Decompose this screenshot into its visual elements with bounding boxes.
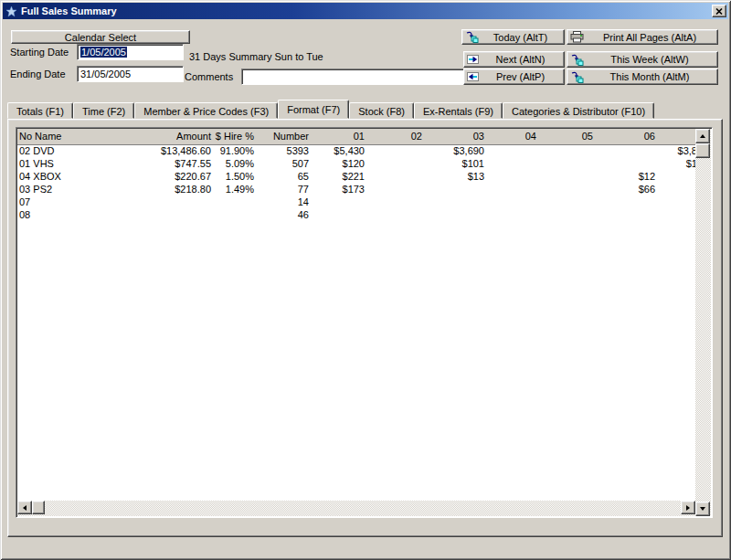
cell — [538, 144, 595, 157]
right-arrow-icon — [686, 505, 690, 511]
cell — [595, 144, 657, 157]
table-row[interactable]: 0714 — [17, 195, 695, 208]
vertical-scrollbar[interactable] — [695, 129, 711, 516]
tab-ex-rentals-f9[interactable]: Ex-Rentals (F9) — [414, 102, 503, 119]
calendar-select-button[interactable]: Calendar Select — [11, 30, 190, 44]
ending-date-input[interactable]: 31/05/2005 — [77, 66, 184, 82]
cell: $5,430 — [311, 144, 366, 157]
column-header-03: 03 — [424, 129, 486, 144]
calendar-select-label: Calendar Select — [65, 32, 136, 43]
comments-label: Comments — [185, 71, 233, 82]
next-button[interactable]: Next (AltN) — [463, 51, 565, 68]
today-button[interactable]: Today (AltT) — [461, 29, 565, 45]
column-header-number: Number — [256, 129, 311, 144]
cell — [311, 208, 366, 221]
scroll-up-button[interactable] — [695, 129, 710, 143]
vertical-scroll-thumb[interactable] — [695, 143, 710, 158]
starting-date-label: Starting Date — [10, 47, 69, 58]
print-all-pages-label: Print All Pages (AltA) — [588, 32, 717, 43]
cell: $218.80 — [158, 183, 213, 195]
column-header-05: 05 — [538, 129, 595, 144]
close-icon[interactable] — [712, 5, 726, 17]
cell — [486, 183, 538, 195]
cell: 1.50% — [213, 170, 256, 183]
cell — [486, 144, 538, 157]
cell — [366, 183, 424, 195]
cell: $747.55 — [158, 157, 213, 170]
next-label: Next (AltN) — [482, 54, 564, 65]
full-sales-summary-window: Full Sales Summary Calendar Select Start… — [0, 0, 731, 560]
calendar-jump-icon — [465, 31, 479, 43]
sales-table-body: 02 DVD$13,486.6091.90%5393$5,430$3,690$3… — [17, 144, 695, 221]
column-header-no-name: No Name — [17, 129, 158, 144]
cell: 03 PS2 — [17, 183, 158, 195]
cell — [366, 144, 424, 157]
format-tab-panel: No NameAmount$ Hire %Number010203040506 … — [7, 119, 723, 537]
table-row[interactable]: 02 DVD$13,486.6091.90%5393$5,430$3,690$3… — [17, 144, 695, 157]
comments-input[interactable] — [241, 69, 464, 85]
tab-strip: Totals (F1)Time (F2)Member & Price Codes… — [7, 102, 654, 119]
cell — [595, 157, 657, 170]
cell: 01 VHS — [17, 157, 158, 170]
cell — [595, 195, 657, 208]
printer-icon — [570, 31, 584, 43]
table-row[interactable]: 03 PS2$218.801.49%77$173$66 — [17, 183, 695, 195]
tab-member-price-codes-f3[interactable]: Member & Price Codes (F3) — [134, 102, 278, 119]
cell — [366, 208, 424, 221]
tab-format-f7[interactable]: Format (F7) — [278, 100, 349, 119]
column-header-02: 02 — [366, 129, 424, 144]
starting-date-input[interactable]: 1/05/2005 — [77, 44, 184, 60]
ending-date-label: Ending Date — [10, 69, 66, 79]
cell — [538, 195, 595, 208]
cell: $3,690 — [424, 144, 486, 157]
cell: 77 — [256, 183, 311, 195]
starting-date-value: 1/05/2005 — [80, 47, 127, 58]
left-arrow-icon — [23, 505, 26, 511]
cell: $66 — [595, 183, 657, 195]
prev-button[interactable]: Prev (AltP) — [463, 69, 565, 85]
cell — [538, 183, 595, 195]
cell — [424, 208, 486, 221]
ending-date-value: 31/05/2005 — [80, 69, 131, 79]
horizontal-scrollbar[interactable] — [17, 501, 695, 516]
tab-totals-f1[interactable]: Totals (F1) — [7, 102, 73, 119]
cell: 08 — [17, 208, 158, 221]
scroll-down-button[interactable] — [695, 502, 710, 516]
cell — [366, 170, 424, 183]
cell — [486, 170, 538, 183]
prev-label: Prev (AltP) — [482, 71, 564, 82]
cell: 04 XBOX — [17, 170, 158, 183]
cell: 14 — [256, 195, 311, 208]
calendar-week-icon — [570, 54, 584, 66]
table-row[interactable]: 04 XBOX$220.671.50%65$221$13$12 — [17, 170, 695, 183]
scroll-left-button[interactable] — [17, 501, 32, 514]
cell — [657, 170, 695, 183]
cell — [538, 157, 595, 170]
cell — [595, 208, 657, 221]
next-arrow-icon — [467, 54, 479, 65]
cell — [213, 208, 256, 221]
cell — [366, 195, 424, 208]
table-row[interactable]: 01 VHS$747.555.09%507$120$101$1 — [17, 157, 695, 170]
table-row[interactable]: 0846 — [17, 208, 695, 221]
column-header-06: 06 — [595, 129, 657, 144]
column-header-extra — [657, 129, 695, 144]
cell: $3,8 — [657, 144, 695, 157]
tab-categories-distributor-f10[interactable]: Categories & Distributor (F10) — [503, 102, 654, 119]
cell: $1 — [657, 157, 695, 170]
print-all-pages-button[interactable]: Print All Pages (AltA) — [567, 29, 718, 45]
cell: 02 DVD — [17, 144, 158, 157]
this-week-button[interactable]: This Week (AltW) — [567, 51, 718, 68]
cell — [486, 208, 538, 221]
cell: $101 — [424, 157, 486, 170]
today-label: Today (AltT) — [482, 32, 564, 43]
cell: $173 — [311, 183, 366, 195]
cell: $13,486.60 — [158, 144, 213, 157]
tab-time-f2[interactable]: Time (F2) — [73, 102, 134, 119]
this-month-button[interactable]: This Month (AltM) — [567, 69, 718, 85]
tab-stock-f8[interactable]: Stock (F8) — [349, 102, 414, 119]
title-bar[interactable]: Full Sales Summary — [3, 3, 728, 19]
cell — [486, 195, 538, 208]
horizontal-scroll-thumb[interactable] — [32, 501, 45, 514]
scroll-right-button[interactable] — [681, 501, 695, 514]
